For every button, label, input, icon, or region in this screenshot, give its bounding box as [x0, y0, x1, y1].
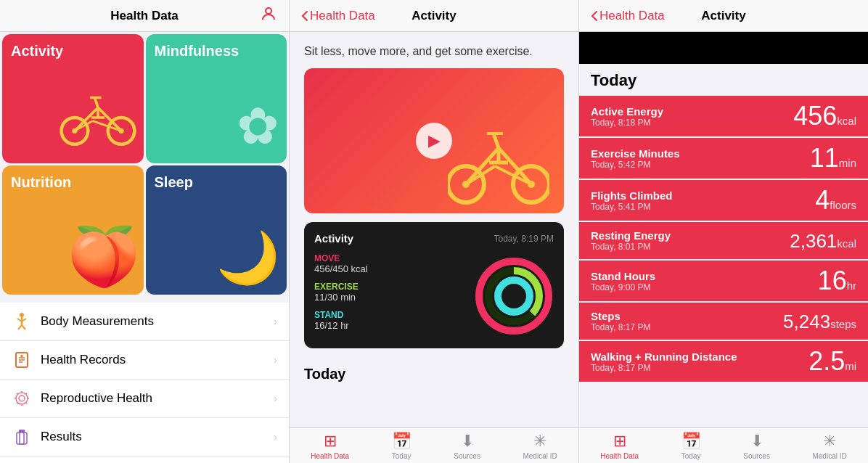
health-card-walking-running[interactable]: Walking + Running Distance Today, 8:17 P…	[579, 341, 868, 382]
health-records-label: Health Records	[41, 353, 274, 367]
back-button-p2[interactable]: Health Data	[301, 9, 375, 23]
svg-point-0	[266, 8, 271, 14]
body-measurements-label: Body Measurements	[41, 314, 274, 329]
tab-sources-p2[interactable]: ⬇ Sources	[454, 432, 480, 460]
tile-nutrition[interactable]: Nutrition 🍑	[2, 165, 144, 295]
stand-label: STAND	[314, 310, 462, 320]
chevron-health-records: ›	[274, 354, 277, 366]
list-item-health-records[interactable]: Health Records ›	[0, 341, 289, 380]
health-card-left-stand-hours: Stand Hours Today, 9:00 PM	[591, 270, 818, 292]
health-card-resting-energy[interactable]: Resting Energy Today, 8:01 PM 2,361kcal	[579, 222, 868, 259]
tile-mindfulness[interactable]: Mindfulness ✿	[146, 34, 287, 163]
bike-video-icon	[448, 119, 549, 213]
widget-title: Activity	[314, 232, 353, 245]
panel3-title: Activity	[701, 9, 745, 23]
svg-point-13	[20, 313, 24, 317]
health-card-sub-walking-running: Today, 8:17 PM	[591, 363, 808, 373]
tab-today-label-p2: Today	[392, 452, 412, 460]
health-card-value-flights-climbed: 4floors	[815, 187, 856, 213]
tile-nutrition-label: Nutrition	[11, 174, 71, 191]
today-tab-icon-p2: 📅	[392, 432, 412, 451]
nav-bar-panel3: Health Data Activity	[579, 0, 868, 32]
svg-line-34	[17, 403, 17, 403]
back-label-p3: Health Data	[599, 9, 665, 23]
health-card-name-stand-hours: Stand Hours	[591, 270, 818, 282]
health-card-sub-steps: Today, 8:17 PM	[591, 322, 783, 332]
health-card-name-exercise-minutes: Exercise Minutes	[591, 147, 810, 160]
bike-icon-activity	[58, 78, 138, 157]
panel3-scroll[interactable]: Today Active Energy Today, 8:18 PM 456kc…	[579, 64, 868, 427]
tab-health-data-p3[interactable]: ⊞ Health Data	[600, 432, 639, 460]
dandelion-icon: ✿	[237, 97, 279, 156]
list-item-reproductive[interactable]: Reproductive Health ›	[0, 380, 289, 418]
play-button[interactable]: ▶	[416, 123, 452, 159]
reproductive-label: Reproductive Health	[41, 391, 274, 406]
tile-activity-label: Activity	[11, 43, 63, 60]
tile-sleep[interactable]: Sleep 🌙	[146, 165, 287, 295]
tab-sources-p3[interactable]: ⬇ Sources	[743, 432, 770, 460]
chevron-reproductive: ›	[274, 393, 277, 404]
health-card-number-exercise-minutes: 11	[810, 143, 839, 173]
chevron-results: ›	[274, 431, 277, 443]
health-card-number-stand-hours: 16	[818, 266, 847, 295]
activity-widget: Activity Today, 8:19 PM MOVE 456/450 kca…	[304, 222, 564, 348]
health-card-exercise-minutes[interactable]: Exercise Minutes Today, 5:42 PM 11min	[579, 138, 868, 179]
medical-tab-icon-p2: ✳	[533, 432, 546, 451]
svg-line-9	[94, 98, 98, 108]
tile-activity[interactable]: Activity	[2, 34, 144, 163]
tab-medical-p3[interactable]: ✳ Medical ID	[812, 432, 846, 460]
health-card-number-walking-running: 2.5	[808, 346, 845, 376]
health-card-left-walking-running: Walking + Running Distance Today, 8:17 P…	[591, 351, 808, 373]
health-card-value-walking-running: 2.5mi	[808, 348, 856, 374]
black-header	[579, 32, 868, 64]
fruit-icon: 🍑	[67, 223, 140, 291]
moon-icon: 🌙	[216, 228, 279, 287]
health-card-unit-walking-running: mi	[845, 360, 856, 372]
tab-medical-p2[interactable]: ✳ Medical ID	[523, 432, 557, 460]
widget-header: Activity Today, 8:19 PM	[314, 232, 554, 245]
health-card-sub-active-energy: Today, 8:18 PM	[591, 118, 793, 128]
activity-intro: Sit less, move more, and get some exerci…	[290, 32, 578, 68]
body-measurements-icon	[12, 311, 32, 332]
svg-line-32	[26, 403, 27, 403]
tab-bar-panel2: ⊞ Health Data 📅 Today ⬇ Sources ✳ Medica…	[290, 427, 578, 463]
exercise-value: 11/30 min	[314, 292, 462, 303]
list-item-vitals[interactable]: Vitals ›	[0, 456, 289, 463]
health-card-name-steps: Steps	[591, 310, 783, 322]
back-button-p3[interactable]: Health Data	[591, 9, 665, 23]
svg-line-18	[22, 325, 25, 329]
tab-sources-label-p2: Sources	[454, 452, 480, 460]
health-card-left-steps: Steps Today, 8:17 PM	[591, 310, 783, 332]
health-card-sub-resting-energy: Today, 8:01 PM	[591, 242, 790, 252]
health-card-stand-hours[interactable]: Stand Hours Today, 9:00 PM 16hr	[579, 261, 868, 301]
health-card-value-resting-energy: 2,361kcal	[790, 232, 856, 250]
health-card-name-flights-climbed: Flights Climbed	[591, 189, 815, 202]
svg-line-46	[494, 134, 499, 148]
list-item-body-measurements[interactable]: Body Measurements ›	[0, 303, 289, 341]
health-cards-list: Active Energy Today, 8:18 PM 456kcal Exe…	[579, 96, 868, 382]
health-card-left-active-energy: Active Energy Today, 8:18 PM	[591, 105, 793, 128]
nav-bar-panel2: Health Data Activity	[290, 0, 578, 32]
tab-medical-label-p3: Medical ID	[812, 452, 846, 460]
panel2-scroll[interactable]: Sit less, move more, and get some exerci…	[290, 32, 578, 427]
video-thumbnail[interactable]: ▶	[304, 68, 564, 213]
health-card-steps[interactable]: Steps Today, 8:17 PM 5,243steps	[579, 303, 868, 340]
health-card-active-energy[interactable]: Active Energy Today, 8:18 PM 456kcal	[579, 96, 868, 136]
health-data-tab-icon-p3: ⊞	[613, 432, 626, 451]
panel3-today-label: Today	[579, 64, 868, 94]
tab-medical-label-p2: Medical ID	[523, 452, 557, 460]
health-card-number-flights-climbed: 4	[815, 185, 830, 215]
tab-today-p2[interactable]: 📅 Today	[392, 432, 412, 460]
sources-tab-icon-p2: ⬇	[461, 432, 474, 451]
health-card-unit-stand-hours: hr	[847, 279, 856, 292]
widget-stats: MOVE 456/450 kcal EXERCISE 11/30 min STA…	[314, 253, 462, 338]
tab-health-data-p2[interactable]: ⊞ Health Data	[311, 432, 349, 460]
health-card-name-active-energy: Active Energy	[591, 105, 793, 118]
list-item-results[interactable]: Results ›	[0, 418, 289, 456]
svg-point-26	[19, 396, 25, 401]
health-data-tab-icon-p2: ⊞	[324, 432, 337, 451]
tab-today-p3[interactable]: 📅 Today	[681, 432, 701, 460]
health-card-name-walking-running: Walking + Running Distance	[591, 351, 808, 363]
health-card-flights-climbed[interactable]: Flights Climbed Today, 5:41 PM 4floors	[579, 180, 868, 221]
stat-move: MOVE 456/450 kcal	[314, 253, 462, 274]
